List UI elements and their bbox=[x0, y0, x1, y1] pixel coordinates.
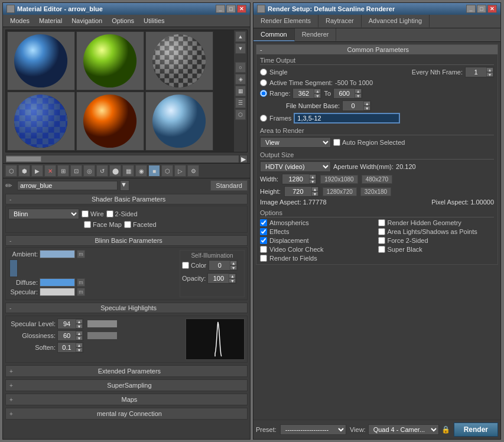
menu-utilities[interactable]: Utilities bbox=[139, 16, 169, 25]
selfillum-value[interactable] bbox=[209, 261, 230, 269]
reset-btn[interactable]: ↺ bbox=[96, 165, 108, 177]
sphere-yellow-green[interactable] bbox=[76, 31, 144, 90]
width-input[interactable] bbox=[282, 175, 309, 183]
res-1920x1080-btn[interactable]: 1920x1080 bbox=[320, 175, 358, 184]
opacity-up[interactable]: ▲ bbox=[229, 274, 236, 278]
force-2-sided-checkbox[interactable] bbox=[378, 237, 385, 244]
tab-raytracer[interactable]: Raytracer bbox=[318, 15, 362, 28]
file-num-base-input[interactable] bbox=[343, 102, 363, 110]
menu-material[interactable]: Material bbox=[34, 16, 67, 25]
diffuse-swatch[interactable] bbox=[40, 278, 75, 287]
specular-map-btn[interactable]: m bbox=[77, 288, 85, 296]
every-nth-input[interactable] bbox=[466, 68, 486, 76]
preview-scroll-right[interactable]: ▶ bbox=[239, 155, 248, 163]
minimize-button[interactable]: _ bbox=[216, 5, 225, 13]
render-close-button[interactable]: ✕ bbox=[487, 5, 497, 13]
render-hidden-geo-checkbox[interactable] bbox=[378, 219, 385, 226]
render-button[interactable]: Render bbox=[454, 422, 498, 437]
mental-ray-section[interactable]: + mental ray Connection bbox=[5, 408, 248, 420]
output-preset-dropdown[interactable]: HDTV (video) Custom bbox=[260, 161, 331, 172]
render-to-fields-checkbox[interactable] bbox=[260, 255, 267, 262]
height-down[interactable]: ▼ bbox=[311, 191, 318, 196]
range-to-down[interactable]: ▼ bbox=[355, 93, 362, 98]
height-input[interactable] bbox=[285, 187, 311, 196]
opacity-value[interactable] bbox=[208, 274, 229, 282]
spec-level-input[interactable] bbox=[58, 320, 76, 328]
pick-material-btn[interactable]: ⬤ bbox=[109, 165, 121, 177]
lock-colors-btn[interactable] bbox=[9, 259, 18, 277]
super-black-checkbox[interactable] bbox=[378, 246, 385, 253]
diffuse-map-btn[interactable]: m bbox=[77, 278, 85, 287]
copy-btn[interactable]: ⊞ bbox=[57, 165, 69, 177]
sample-type-btn[interactable]: ☰ bbox=[235, 98, 246, 108]
menu-navigation[interactable]: Navigation bbox=[67, 16, 107, 25]
range-from-up[interactable]: ▲ bbox=[314, 89, 321, 93]
range-radio[interactable] bbox=[260, 90, 267, 97]
range-from-input[interactable] bbox=[293, 89, 314, 98]
area-lights-shadows-checkbox[interactable] bbox=[378, 228, 385, 235]
sphere-blue-checker[interactable] bbox=[7, 92, 75, 151]
faceted-checkbox[interactable] bbox=[124, 221, 131, 228]
atmospherics-checkbox[interactable] bbox=[260, 219, 267, 226]
single-radio[interactable] bbox=[260, 69, 267, 76]
soften-up[interactable]: ▲ bbox=[76, 343, 83, 347]
preview-scroll-down[interactable]: ▼ bbox=[235, 43, 246, 54]
tab-render-elements[interactable]: Render Elements bbox=[253, 15, 318, 28]
ambient-swatch[interactable] bbox=[40, 250, 75, 258]
specular-section-header[interactable]: - Specular Highlights bbox=[5, 303, 248, 313]
two-sided-checkbox[interactable] bbox=[106, 210, 113, 217]
close-button[interactable]: ✕ bbox=[237, 5, 246, 13]
maximize-button[interactable]: □ bbox=[226, 5, 236, 13]
view-select[interactable]: Quad 4 - Camer... bbox=[368, 424, 439, 435]
soften-input[interactable] bbox=[58, 343, 76, 352]
res-320x180-btn[interactable]: 320x180 bbox=[360, 187, 391, 196]
supersampling-section[interactable]: + SuperSampling bbox=[5, 379, 248, 391]
show-in-viewport-btn[interactable]: ■ bbox=[148, 165, 160, 177]
file-num-base-down[interactable]: ▼ bbox=[363, 106, 370, 110]
assign-btn[interactable]: ▶ bbox=[31, 165, 43, 177]
glossiness-up[interactable]: ▲ bbox=[76, 331, 83, 336]
preset-select[interactable]: -------------------- bbox=[280, 424, 346, 435]
material-name-dropdown[interactable]: ▼ bbox=[120, 180, 129, 191]
frames-radio[interactable] bbox=[260, 115, 267, 122]
soften-down[interactable]: ▼ bbox=[76, 347, 83, 352]
ambient-map-btn[interactable]: m bbox=[77, 250, 85, 258]
show-map-btn[interactable]: ◉ bbox=[135, 165, 147, 177]
delete-btn[interactable]: ✕ bbox=[44, 165, 56, 177]
auto-region-checkbox[interactable] bbox=[333, 139, 340, 146]
selfillum-up[interactable]: ▲ bbox=[230, 261, 237, 265]
opacity-down[interactable]: ▼ bbox=[229, 278, 236, 283]
active-segment-radio[interactable] bbox=[260, 79, 267, 86]
blinn-basic-section-header[interactable]: - Blinn Basic Parameters bbox=[5, 235, 248, 246]
specular-swatch[interactable] bbox=[40, 288, 75, 296]
common-params-header[interactable]: - Common Parameters bbox=[256, 45, 498, 54]
width-down[interactable]: ▼ bbox=[309, 179, 316, 184]
file-num-base-up[interactable]: ▲ bbox=[363, 101, 370, 106]
frames-input[interactable] bbox=[294, 113, 400, 124]
tab-common[interactable]: Common bbox=[253, 28, 295, 41]
spec-level-down[interactable]: ▼ bbox=[76, 324, 83, 329]
standard-button[interactable]: Standard bbox=[210, 180, 248, 191]
glossiness-down[interactable]: ▼ bbox=[76, 336, 83, 340]
every-nth-down[interactable]: ▼ bbox=[486, 72, 493, 77]
selfillum-color-checkbox[interactable] bbox=[182, 262, 189, 269]
res-1280x720-btn[interactable]: 1280x720 bbox=[323, 187, 357, 196]
maps-section[interactable]: + Maps bbox=[5, 394, 248, 405]
displacement-checkbox[interactable] bbox=[260, 237, 267, 244]
video-color-check-btn[interactable]: ⬡ bbox=[161, 165, 173, 177]
tab-advanced-lighting[interactable]: Advanced Lighting bbox=[362, 15, 430, 28]
face-map-checkbox[interactable] bbox=[84, 221, 91, 228]
spec-level-up[interactable]: ▲ bbox=[76, 319, 83, 324]
wire-checkbox[interactable] bbox=[82, 210, 89, 217]
backlight-btn[interactable]: ◈ bbox=[235, 74, 246, 84]
shader-basic-section-header[interactable]: - Shader Basic Parameters bbox=[5, 194, 248, 204]
render-maximize-button[interactable]: □ bbox=[477, 5, 486, 13]
sphere-checker[interactable] bbox=[145, 31, 213, 90]
menu-modes[interactable]: Modes bbox=[5, 16, 34, 25]
tab-renderer[interactable]: Renderer bbox=[295, 28, 337, 41]
video-color-check-checkbox[interactable] bbox=[260, 246, 267, 253]
paste-btn[interactable]: ⊡ bbox=[70, 165, 82, 177]
bg-type-btn[interactable]: ▦ bbox=[235, 86, 246, 96]
get-material-btn[interactable]: ⬡ bbox=[5, 165, 17, 177]
every-nth-up[interactable]: ▲ bbox=[486, 67, 493, 72]
